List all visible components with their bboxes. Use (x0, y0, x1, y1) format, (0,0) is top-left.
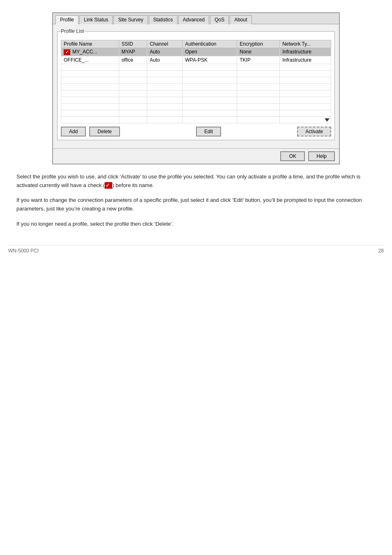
tab-content-profile: Profile List Profile Name SSID Channel A… (53, 24, 339, 148)
add-button[interactable]: Add (61, 127, 86, 136)
table-container: Profile Name SSID Channel Authentication… (61, 40, 331, 123)
help-button[interactable]: Help (308, 151, 335, 161)
tab-qos[interactable]: QoS (210, 15, 229, 24)
col-encryption: Encryption (237, 40, 280, 48)
tab-profile[interactable]: Profile (55, 15, 78, 24)
description-section: Select the profile you wish to use, and … (16, 173, 376, 229)
profile-list-title: Profile List (61, 28, 84, 34)
table-row[interactable] (61, 110, 331, 116)
para1-text-after: ) before its name. (112, 182, 154, 188)
tab-about[interactable]: About (230, 15, 251, 24)
scroll-down-arrow (325, 118, 330, 122)
para1-text-before: Select the profile you wish to use, and … (16, 173, 360, 188)
cell-profile-name: ✓ MY_ACC... (61, 48, 119, 56)
ok-button[interactable]: OK (280, 151, 305, 161)
table-row[interactable] (61, 83, 331, 90)
dialog-footer: OK Help (53, 148, 339, 164)
table-row[interactable] (61, 116, 331, 123)
cell-authentication: Open (182, 48, 237, 56)
col-profile-name: Profile Name (61, 40, 119, 48)
col-network-type: Network Ty... (280, 40, 331, 48)
table-row[interactable] (61, 90, 331, 97)
cell-channel: Auto (147, 48, 182, 56)
cell-profile-name: OFFICE_... (61, 56, 119, 64)
description-para3: If you no longer need a profile, select … (16, 220, 376, 229)
table-row[interactable] (61, 97, 331, 103)
cell-ssid: office (119, 56, 147, 64)
description-para1: Select the profile you wish to use, and … (16, 173, 376, 190)
cell-network-type: Infrastructure (280, 48, 331, 56)
col-channel: Channel (147, 40, 182, 48)
cell-authentication: WPA-PSK (182, 56, 237, 64)
table-row[interactable] (61, 77, 331, 83)
tab-bar: Profile Link Status Site Survey Statisti… (53, 13, 339, 24)
activate-button[interactable]: Activate (297, 127, 331, 136)
button-row: Add Delete Edit Activate (61, 127, 331, 136)
cell-network-type: Infrastructure (280, 56, 331, 64)
delete-button[interactable]: Delete (89, 127, 120, 136)
page-footer: WN-5000 PCI 28 (8, 245, 384, 254)
active-check-icon: ✓ (64, 49, 70, 55)
table-header-row: Profile Name SSID Channel Authentication… (61, 40, 331, 48)
table-row[interactable] (61, 64, 331, 70)
tab-link-status[interactable]: Link Status (79, 15, 113, 24)
profile-table: Profile Name SSID Channel Authentication… (61, 40, 331, 123)
product-name: WN-5000 PCI (8, 248, 39, 254)
edit-button[interactable]: Edit (196, 127, 221, 136)
col-ssid: SSID (119, 40, 147, 48)
table-row[interactable] (61, 103, 331, 110)
scroll-indicator (325, 40, 331, 123)
col-authentication: Authentication (182, 40, 237, 48)
cell-channel: Auto (147, 56, 182, 64)
cell-ssid: MYAP (119, 48, 147, 56)
description-para2: If you want to change the connection par… (16, 196, 376, 213)
profile-list-group: Profile List Profile Name SSID Channel A… (57, 28, 335, 140)
dialog-window: Profile Link Status Site Survey Statisti… (52, 12, 340, 164)
table-row[interactable]: OFFICE_... office Auto WPA-PSK TKIP Infr… (61, 56, 331, 64)
tab-advanced[interactable]: Advanced (178, 15, 209, 24)
cell-encryption: None (237, 48, 280, 56)
cell-profile-name-text: MY_ACC... (72, 49, 97, 55)
page-number: 28 (378, 248, 384, 254)
check-mark-icon (105, 182, 112, 189)
cell-encryption: TKIP (237, 56, 280, 64)
table-row[interactable] (61, 70, 331, 77)
table-row[interactable]: ✓ MY_ACC... MYAP Auto Open None Infrastr… (61, 48, 331, 56)
tab-site-survey[interactable]: Site Survey (113, 15, 148, 24)
tab-statistics[interactable]: Statistics (149, 15, 178, 24)
